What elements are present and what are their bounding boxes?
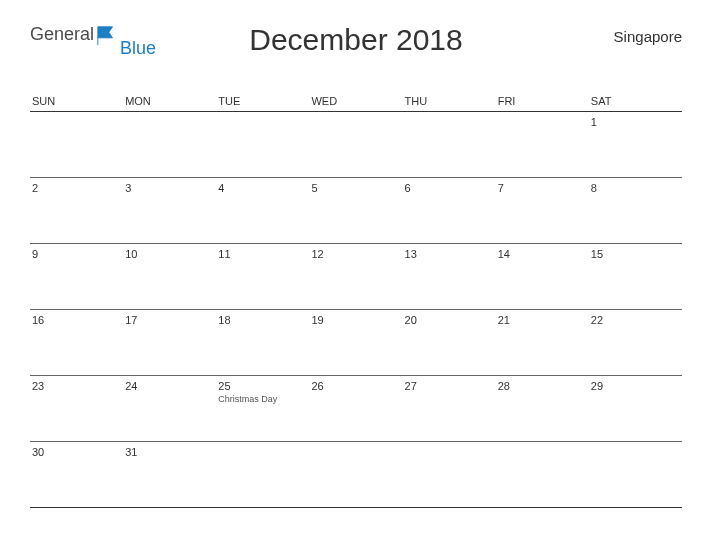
logo-flag-icon	[96, 25, 118, 47]
calendar-day: 22	[589, 310, 682, 375]
weekday-header-row: SUN MON TUE WED THU FRI SAT	[30, 95, 682, 112]
calendar-title: December 2018	[249, 23, 462, 57]
calendar-day: 31	[123, 442, 216, 507]
day-number: 25	[218, 380, 307, 392]
calendar-day: 17	[123, 310, 216, 375]
calendar-day: 29	[589, 376, 682, 441]
weeks-container: 1234567891011121314151617181920212223242…	[30, 112, 682, 508]
day-number: 7	[498, 182, 587, 194]
calendar-day	[216, 442, 309, 507]
calendar-day: 27	[403, 376, 496, 441]
day-number: 17	[125, 314, 214, 326]
week-row: 9101112131415	[30, 244, 682, 310]
day-number: 12	[311, 248, 400, 260]
day-number: 21	[498, 314, 587, 326]
calendar-day	[403, 112, 496, 177]
day-number: 23	[32, 380, 121, 392]
calendar-day	[403, 442, 496, 507]
day-number: 1	[591, 116, 680, 128]
week-row: 2345678	[30, 178, 682, 244]
day-number: 19	[311, 314, 400, 326]
weekday-wed: WED	[309, 95, 402, 107]
calendar-day: 3	[123, 178, 216, 243]
calendar-day	[589, 442, 682, 507]
day-number: 18	[218, 314, 307, 326]
week-row: 1	[30, 112, 682, 178]
calendar-day	[216, 112, 309, 177]
calendar-day: 26	[309, 376, 402, 441]
calendar-day	[123, 112, 216, 177]
calendar-day: 7	[496, 178, 589, 243]
calendar-day: 23	[30, 376, 123, 441]
day-number: 20	[405, 314, 494, 326]
calendar-day: 1	[589, 112, 682, 177]
calendar-day: 18	[216, 310, 309, 375]
calendar-day: 11	[216, 244, 309, 309]
calendar-day: 28	[496, 376, 589, 441]
calendar-day: 15	[589, 244, 682, 309]
calendar-day	[496, 442, 589, 507]
weekday-fri: FRI	[496, 95, 589, 107]
day-number: 10	[125, 248, 214, 260]
week-row: 3031	[30, 442, 682, 508]
calendar-header: General Blue December 2018 Singapore	[30, 25, 682, 75]
calendar-day: 25Christmas Day	[216, 376, 309, 441]
weekday-sat: SAT	[589, 95, 682, 107]
calendar-day: 20	[403, 310, 496, 375]
week-row: 16171819202122	[30, 310, 682, 376]
calendar-day: 8	[589, 178, 682, 243]
calendar-day: 24	[123, 376, 216, 441]
calendar-day: 14	[496, 244, 589, 309]
day-number: 30	[32, 446, 121, 458]
day-number: 13	[405, 248, 494, 260]
day-number: 3	[125, 182, 214, 194]
calendar-day	[309, 112, 402, 177]
day-number: 22	[591, 314, 680, 326]
calendar-day: 19	[309, 310, 402, 375]
brand-logo: General Blue	[30, 25, 156, 47]
calendar-day: 10	[123, 244, 216, 309]
calendar-day: 4	[216, 178, 309, 243]
weekday-sun: SUN	[30, 95, 123, 107]
weekday-thu: THU	[403, 95, 496, 107]
day-number: 16	[32, 314, 121, 326]
calendar-day	[30, 112, 123, 177]
country-label: Singapore	[614, 28, 682, 45]
calendar-grid: SUN MON TUE WED THU FRI SAT 123456789101…	[30, 95, 682, 508]
calendar-day: 5	[309, 178, 402, 243]
day-number: 26	[311, 380, 400, 392]
weekday-mon: MON	[123, 95, 216, 107]
day-number: 4	[218, 182, 307, 194]
day-number: 27	[405, 380, 494, 392]
weekday-tue: TUE	[216, 95, 309, 107]
calendar-day: 30	[30, 442, 123, 507]
calendar-day: 6	[403, 178, 496, 243]
day-number: 5	[311, 182, 400, 194]
calendar-day	[309, 442, 402, 507]
day-number: 31	[125, 446, 214, 458]
day-number: 24	[125, 380, 214, 392]
logo-text-blue: Blue	[120, 39, 156, 57]
calendar-day: 2	[30, 178, 123, 243]
day-number: 11	[218, 248, 307, 260]
day-number: 29	[591, 380, 680, 392]
calendar-day: 9	[30, 244, 123, 309]
calendar-day	[496, 112, 589, 177]
day-number: 8	[591, 182, 680, 194]
week-row: 232425Christmas Day26272829	[30, 376, 682, 442]
day-number: 14	[498, 248, 587, 260]
day-number: 6	[405, 182, 494, 194]
calendar-day: 16	[30, 310, 123, 375]
calendar-day: 21	[496, 310, 589, 375]
day-event: Christmas Day	[218, 394, 307, 404]
day-number: 2	[32, 182, 121, 194]
day-number: 28	[498, 380, 587, 392]
logo-text-general: General	[30, 25, 94, 43]
day-number: 9	[32, 248, 121, 260]
calendar-day: 13	[403, 244, 496, 309]
calendar-day: 12	[309, 244, 402, 309]
day-number: 15	[591, 248, 680, 260]
